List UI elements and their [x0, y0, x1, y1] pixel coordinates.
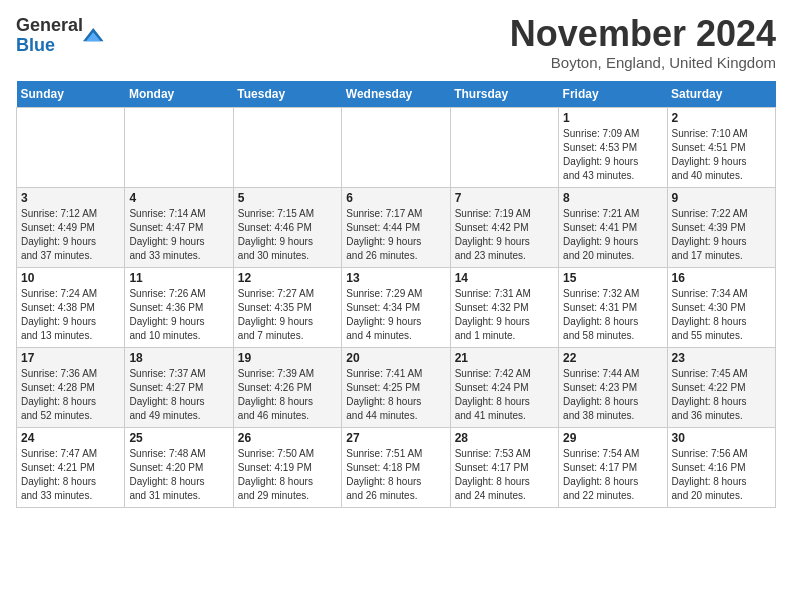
- logo: General Blue: [16, 16, 105, 56]
- day-info: Sunrise: 7:53 AM Sunset: 4:17 PM Dayligh…: [455, 447, 554, 503]
- day-info: Sunrise: 7:09 AM Sunset: 4:53 PM Dayligh…: [563, 127, 662, 183]
- day-number: 14: [455, 271, 554, 285]
- day-info: Sunrise: 7:10 AM Sunset: 4:51 PM Dayligh…: [672, 127, 771, 183]
- calendar-cell: 29Sunrise: 7:54 AM Sunset: 4:17 PM Dayli…: [559, 428, 667, 508]
- calendar-cell: 5Sunrise: 7:15 AM Sunset: 4:46 PM Daylig…: [233, 188, 341, 268]
- day-number: 22: [563, 351, 662, 365]
- day-of-week-header: Thursday: [450, 81, 558, 108]
- day-number: 17: [21, 351, 120, 365]
- calendar-cell: [342, 108, 450, 188]
- logo-icon: [83, 25, 105, 47]
- day-info: Sunrise: 7:14 AM Sunset: 4:47 PM Dayligh…: [129, 207, 228, 263]
- calendar-week-row: 3Sunrise: 7:12 AM Sunset: 4:49 PM Daylig…: [17, 188, 776, 268]
- day-info: Sunrise: 7:27 AM Sunset: 4:35 PM Dayligh…: [238, 287, 337, 343]
- day-of-week-header: Wednesday: [342, 81, 450, 108]
- day-info: Sunrise: 7:22 AM Sunset: 4:39 PM Dayligh…: [672, 207, 771, 263]
- day-info: Sunrise: 7:47 AM Sunset: 4:21 PM Dayligh…: [21, 447, 120, 503]
- day-info: Sunrise: 7:37 AM Sunset: 4:27 PM Dayligh…: [129, 367, 228, 423]
- day-info: Sunrise: 7:36 AM Sunset: 4:28 PM Dayligh…: [21, 367, 120, 423]
- day-number: 13: [346, 271, 445, 285]
- calendar-cell: 28Sunrise: 7:53 AM Sunset: 4:17 PM Dayli…: [450, 428, 558, 508]
- day-info: Sunrise: 7:54 AM Sunset: 4:17 PM Dayligh…: [563, 447, 662, 503]
- day-of-week-header: Friday: [559, 81, 667, 108]
- day-number: 1: [563, 111, 662, 125]
- calendar-cell: 8Sunrise: 7:21 AM Sunset: 4:41 PM Daylig…: [559, 188, 667, 268]
- day-of-week-header: Monday: [125, 81, 233, 108]
- day-number: 4: [129, 191, 228, 205]
- calendar-header-row: SundayMondayTuesdayWednesdayThursdayFrid…: [17, 81, 776, 108]
- day-info: Sunrise: 7:44 AM Sunset: 4:23 PM Dayligh…: [563, 367, 662, 423]
- day-of-week-header: Sunday: [17, 81, 125, 108]
- day-info: Sunrise: 7:50 AM Sunset: 4:19 PM Dayligh…: [238, 447, 337, 503]
- calendar-cell: 19Sunrise: 7:39 AM Sunset: 4:26 PM Dayli…: [233, 348, 341, 428]
- day-of-week-header: Saturday: [667, 81, 775, 108]
- calendar-cell: 12Sunrise: 7:27 AM Sunset: 4:35 PM Dayli…: [233, 268, 341, 348]
- location: Boyton, England, United Kingdom: [510, 54, 776, 71]
- calendar-cell: 25Sunrise: 7:48 AM Sunset: 4:20 PM Dayli…: [125, 428, 233, 508]
- calendar-cell: 24Sunrise: 7:47 AM Sunset: 4:21 PM Dayli…: [17, 428, 125, 508]
- day-info: Sunrise: 7:56 AM Sunset: 4:16 PM Dayligh…: [672, 447, 771, 503]
- day-number: 30: [672, 431, 771, 445]
- calendar-cell: 11Sunrise: 7:26 AM Sunset: 4:36 PM Dayli…: [125, 268, 233, 348]
- day-number: 16: [672, 271, 771, 285]
- day-number: 10: [21, 271, 120, 285]
- calendar-cell: 2Sunrise: 7:10 AM Sunset: 4:51 PM Daylig…: [667, 108, 775, 188]
- day-number: 15: [563, 271, 662, 285]
- calendar-cell: 18Sunrise: 7:37 AM Sunset: 4:27 PM Dayli…: [125, 348, 233, 428]
- calendar-cell: 17Sunrise: 7:36 AM Sunset: 4:28 PM Dayli…: [17, 348, 125, 428]
- calendar-cell: 1Sunrise: 7:09 AM Sunset: 4:53 PM Daylig…: [559, 108, 667, 188]
- title-block: November 2024 Boyton, England, United Ki…: [510, 16, 776, 71]
- day-info: Sunrise: 7:19 AM Sunset: 4:42 PM Dayligh…: [455, 207, 554, 263]
- day-info: Sunrise: 7:48 AM Sunset: 4:20 PM Dayligh…: [129, 447, 228, 503]
- day-info: Sunrise: 7:51 AM Sunset: 4:18 PM Dayligh…: [346, 447, 445, 503]
- calendar-cell: 14Sunrise: 7:31 AM Sunset: 4:32 PM Dayli…: [450, 268, 558, 348]
- calendar-cell: 15Sunrise: 7:32 AM Sunset: 4:31 PM Dayli…: [559, 268, 667, 348]
- day-number: 2: [672, 111, 771, 125]
- day-number: 3: [21, 191, 120, 205]
- day-info: Sunrise: 7:31 AM Sunset: 4:32 PM Dayligh…: [455, 287, 554, 343]
- calendar-cell: 22Sunrise: 7:44 AM Sunset: 4:23 PM Dayli…: [559, 348, 667, 428]
- day-number: 6: [346, 191, 445, 205]
- day-info: Sunrise: 7:42 AM Sunset: 4:24 PM Dayligh…: [455, 367, 554, 423]
- calendar-table: SundayMondayTuesdayWednesdayThursdayFrid…: [16, 81, 776, 508]
- calendar-week-row: 24Sunrise: 7:47 AM Sunset: 4:21 PM Dayli…: [17, 428, 776, 508]
- page-header: General Blue November 2024 Boyton, Engla…: [16, 16, 776, 71]
- calendar-cell: [125, 108, 233, 188]
- day-info: Sunrise: 7:32 AM Sunset: 4:31 PM Dayligh…: [563, 287, 662, 343]
- day-number: 12: [238, 271, 337, 285]
- day-info: Sunrise: 7:15 AM Sunset: 4:46 PM Dayligh…: [238, 207, 337, 263]
- calendar-cell: 21Sunrise: 7:42 AM Sunset: 4:24 PM Dayli…: [450, 348, 558, 428]
- day-number: 29: [563, 431, 662, 445]
- calendar-cell: 26Sunrise: 7:50 AM Sunset: 4:19 PM Dayli…: [233, 428, 341, 508]
- day-number: 25: [129, 431, 228, 445]
- calendar-cell: 13Sunrise: 7:29 AM Sunset: 4:34 PM Dayli…: [342, 268, 450, 348]
- day-number: 20: [346, 351, 445, 365]
- month-title: November 2024: [510, 16, 776, 52]
- logo-general-text: General: [16, 15, 83, 35]
- day-info: Sunrise: 7:41 AM Sunset: 4:25 PM Dayligh…: [346, 367, 445, 423]
- day-number: 28: [455, 431, 554, 445]
- calendar-cell: [233, 108, 341, 188]
- day-number: 23: [672, 351, 771, 365]
- day-info: Sunrise: 7:26 AM Sunset: 4:36 PM Dayligh…: [129, 287, 228, 343]
- day-info: Sunrise: 7:12 AM Sunset: 4:49 PM Dayligh…: [21, 207, 120, 263]
- calendar-cell: 9Sunrise: 7:22 AM Sunset: 4:39 PM Daylig…: [667, 188, 775, 268]
- calendar-cell: [450, 108, 558, 188]
- calendar-cell: 16Sunrise: 7:34 AM Sunset: 4:30 PM Dayli…: [667, 268, 775, 348]
- logo-blue-text: Blue: [16, 35, 55, 55]
- day-info: Sunrise: 7:34 AM Sunset: 4:30 PM Dayligh…: [672, 287, 771, 343]
- day-number: 18: [129, 351, 228, 365]
- day-number: 27: [346, 431, 445, 445]
- calendar-cell: 27Sunrise: 7:51 AM Sunset: 4:18 PM Dayli…: [342, 428, 450, 508]
- calendar-cell: 30Sunrise: 7:56 AM Sunset: 4:16 PM Dayli…: [667, 428, 775, 508]
- calendar-cell: 23Sunrise: 7:45 AM Sunset: 4:22 PM Dayli…: [667, 348, 775, 428]
- day-of-week-header: Tuesday: [233, 81, 341, 108]
- calendar-week-row: 10Sunrise: 7:24 AM Sunset: 4:38 PM Dayli…: [17, 268, 776, 348]
- day-number: 21: [455, 351, 554, 365]
- day-number: 11: [129, 271, 228, 285]
- calendar-cell: [17, 108, 125, 188]
- calendar-cell: 3Sunrise: 7:12 AM Sunset: 4:49 PM Daylig…: [17, 188, 125, 268]
- day-number: 19: [238, 351, 337, 365]
- day-info: Sunrise: 7:17 AM Sunset: 4:44 PM Dayligh…: [346, 207, 445, 263]
- day-info: Sunrise: 7:24 AM Sunset: 4:38 PM Dayligh…: [21, 287, 120, 343]
